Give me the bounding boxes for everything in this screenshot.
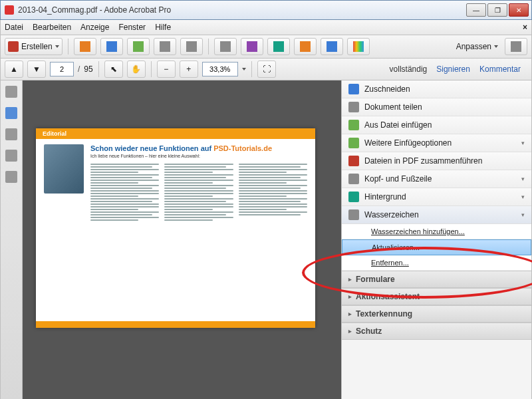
tools-panel: Zuschneiden Dokument teilen Aus Datei ei… [341,80,531,399]
background-icon [348,192,359,202]
fit-page-button[interactable]: ⛶ [257,61,276,78]
navigation-toolbar: ▲ ▼ / 95 ⬉ ✋ − + ⛶ vollständig Signieren… [0,59,532,80]
menu-bar: Datei Bearbeiten Anzeige Fenster Hilfe × [0,20,532,35]
submenu-wasserzeichen-hinzufuegen[interactable]: Wasserzeichen hinzufügen... [342,224,531,239]
submenu-entfernen[interactable]: Entfernen... [342,255,531,271]
window-minimize-button[interactable]: — [466,3,486,17]
watermark-icon [348,209,359,220]
chevron-down-icon: ▾ [521,176,525,182]
menu-bearbeiten[interactable]: Bearbeiten [33,23,71,32]
customize-label: Anpassen [456,42,491,51]
page-separator: / [78,65,80,74]
article-headline: Schon wieder neue Funktionen auf PSD-Tut… [90,144,307,152]
accordion-schutz[interactable]: ▸Schutz [342,323,531,340]
hand-tool-button[interactable]: ✋ [127,61,146,78]
customize-button[interactable]: Anpassen [454,39,501,55]
zoom-out-button[interactable]: − [157,61,176,78]
window-title: 2013-04_Commag.pdf - Adobe Acrobat Pro [18,5,465,15]
insert-more-icon [348,138,359,148]
share-button[interactable] [321,38,343,55]
panel-item-aus-datei-einfuegen[interactable]: Aus Datei einfügen [342,116,531,134]
menu-datei[interactable]: Datei [5,23,23,32]
page-number-input[interactable] [50,62,74,76]
insert-file-icon [348,120,359,130]
page-down-button[interactable]: ▼ [27,61,46,78]
menu-fenster[interactable]: Fenster [118,23,146,32]
create-label: Erstellen [21,42,53,51]
color-bars-icon [353,41,364,52]
combine-files-icon [348,156,359,166]
split-icon [348,102,359,112]
create-button[interactable]: Erstellen [5,38,63,55]
pdf-doc-icon [5,5,14,15]
form-button[interactable] [294,38,317,55]
scanner-icon [220,41,231,52]
zoom-caret-icon[interactable] [242,68,246,70]
dropdown-caret-icon [55,45,59,48]
document-view[interactable]: Editorial Schon wieder neue Funktionen a… [23,80,341,399]
layers-icon[interactable] [5,171,17,183]
menu-hilfe[interactable]: Hilfe [155,23,171,32]
fullscreen-button[interactable] [505,38,527,55]
scan-button[interactable] [214,38,237,55]
dropdown-caret-icon [494,45,498,48]
combine-icon [247,41,257,52]
tools-tab-signieren[interactable]: Signieren [436,65,470,74]
tools-tab-kommentar[interactable]: Kommentar [479,65,521,74]
panel-item-wasserzeichen[interactable]: Wasserzeichen▾ [342,206,531,224]
signatures-icon[interactable] [5,150,17,162]
open-button[interactable] [74,38,96,55]
chevron-down-icon: ▾ [521,194,525,200]
folder-open-icon [80,41,90,52]
print-button[interactable] [154,38,176,55]
chevron-down-icon: ▾ [521,140,525,146]
thumbnails-icon[interactable] [5,86,17,98]
panel-item-dokument-teilen[interactable]: Dokument teilen [342,98,531,116]
page-total: 95 [84,65,92,74]
window-maximize-button[interactable]: ❐ [487,3,507,17]
article-body [90,162,307,222]
workspace: Editorial Schon wieder neue Funktionen a… [0,80,532,399]
panel-item-zuschneiden[interactable]: Zuschneiden [342,80,531,98]
printer-icon [160,41,170,52]
cloud-button[interactable] [127,38,150,55]
create-pdf-icon [8,41,19,52]
export-button[interactable] [267,38,290,55]
attachments-icon[interactable] [5,128,17,140]
article-subhead: Ich liebe neue Funktionen – hier eine kl… [90,154,307,158]
panel-item-hintergrund[interactable]: Hintergrund▾ [342,188,531,206]
mail-icon [186,41,197,52]
export-icon [273,41,284,52]
cloud-icon [133,41,144,52]
crop-icon [348,84,359,94]
color-button[interactable] [347,38,370,55]
panel-item-dateien-zusammenfuehren[interactable]: Dateien in PDF zusammenführen [342,152,531,170]
combine-button[interactable] [241,38,263,55]
accordion-texterkennung[interactable]: ▸Texterkennung [342,305,531,323]
window-close-button[interactable]: ✕ [509,3,529,17]
editorial-bar: Editorial [36,128,315,139]
window-titlebar: 2013-04_Commag.pdf - Adobe Acrobat Pro —… [0,0,532,20]
bookmarks-icon[interactable] [5,107,17,119]
header-footer-icon [348,174,359,184]
submenu-aktualisieren[interactable]: Aktualisieren... [342,239,531,255]
page-up-button[interactable]: ▲ [5,61,23,78]
tools-tab-vollstaendig[interactable]: vollständig [390,65,428,74]
pdf-page: Editorial Schon wieder neue Funktionen a… [36,128,315,328]
panel-item-weitere-einfuegeoptionen[interactable]: Weitere Einfügeoptionen▾ [342,134,531,152]
expand-icon [511,41,521,52]
email-button[interactable] [180,38,203,55]
zoom-in-button[interactable]: + [180,61,198,78]
accordion-formulare[interactable]: ▸Formulare [342,271,531,288]
accordion-aktionsassistent[interactable]: ▸Aktionsassistent [342,288,531,305]
save-button[interactable] [100,38,123,55]
panel-item-kopf-fusszeile[interactable]: Kopf- und Fußzeile▾ [342,170,531,188]
menu-anzeige[interactable]: Anzeige [80,23,109,32]
author-photo [44,144,84,194]
main-toolbar: Erstellen Anpassen [0,35,532,59]
save-icon [106,41,117,52]
select-tool-button[interactable]: ⬉ [104,61,123,78]
share-icon [327,41,337,52]
zoom-input[interactable] [202,62,238,76]
doc-close-button[interactable]: × [523,23,527,32]
